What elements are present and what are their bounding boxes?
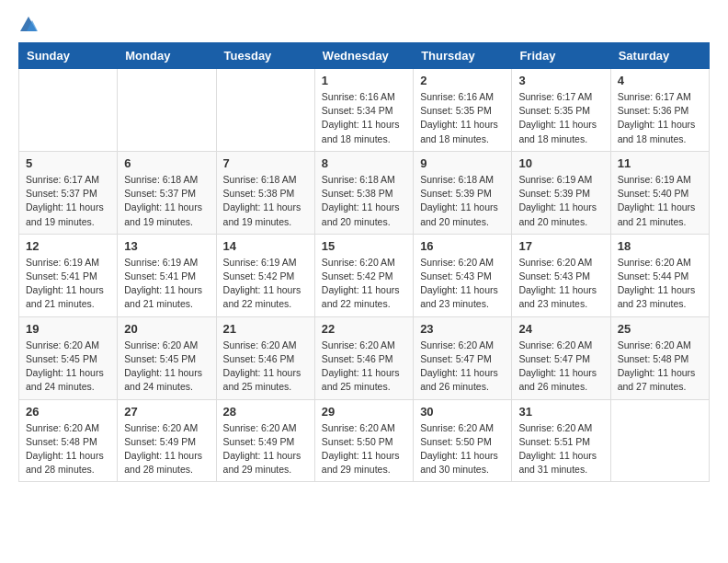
day-info: Sunrise: 6:18 AMSunset: 5:38 PMDaylight:… (223, 173, 308, 229)
calendar-cell: 23Sunrise: 6:20 AMSunset: 5:47 PMDayligh… (414, 316, 512, 399)
day-info: Sunrise: 6:19 AMSunset: 5:39 PMDaylight:… (518, 173, 603, 229)
day-number: 26 (26, 405, 110, 419)
day-number: 11 (618, 156, 702, 170)
calendar-cell: 21Sunrise: 6:20 AMSunset: 5:46 PMDayligh… (216, 316, 314, 399)
day-number: 2 (420, 74, 505, 87)
day-info: Sunrise: 6:20 AMSunset: 5:45 PMDaylight:… (26, 339, 110, 395)
calendar-cell: 28Sunrise: 6:20 AMSunset: 5:49 PMDayligh… (216, 399, 314, 482)
calendar-cell: 2Sunrise: 6:16 AMSunset: 5:35 PMDaylight… (414, 69, 512, 152)
calendar-cell: 7Sunrise: 6:18 AMSunset: 5:38 PMDaylight… (216, 151, 314, 234)
calendar-cell: 12Sunrise: 6:19 AMSunset: 5:41 PMDayligh… (19, 234, 118, 316)
day-number: 3 (518, 74, 603, 87)
day-info: Sunrise: 6:19 AMSunset: 5:42 PMDaylight:… (223, 256, 308, 312)
calendar-cell: 14Sunrise: 6:19 AMSunset: 5:42 PMDayligh… (216, 234, 314, 316)
day-number: 30 (420, 405, 505, 419)
calendar-cell: 1Sunrise: 6:16 AMSunset: 5:34 PMDaylight… (314, 69, 413, 152)
calendar-cell: 30Sunrise: 6:20 AMSunset: 5:50 PMDayligh… (414, 399, 512, 482)
calendar-cell: 31Sunrise: 6:20 AMSunset: 5:51 PMDayligh… (512, 399, 610, 482)
day-number: 12 (26, 239, 110, 253)
calendar-cell: 3Sunrise: 6:17 AMSunset: 5:35 PMDaylight… (512, 69, 610, 152)
day-number: 23 (420, 322, 505, 336)
day-info: Sunrise: 6:17 AMSunset: 5:37 PMDaylight:… (26, 173, 110, 229)
calendar-cell: 25Sunrise: 6:20 AMSunset: 5:48 PMDayligh… (610, 316, 709, 399)
day-number: 29 (322, 405, 406, 419)
day-number: 13 (124, 239, 209, 253)
day-info: Sunrise: 6:20 AMSunset: 5:44 PMDaylight:… (618, 256, 702, 312)
day-info: Sunrise: 6:19 AMSunset: 5:40 PMDaylight:… (618, 173, 702, 229)
day-number: 24 (518, 322, 603, 336)
day-number: 22 (322, 322, 406, 336)
weekday-header-sunday: Sunday (19, 43, 118, 69)
day-info: Sunrise: 6:20 AMSunset: 5:48 PMDaylight:… (618, 339, 702, 395)
calendar-cell (118, 69, 216, 152)
day-number: 15 (322, 239, 406, 253)
day-info: Sunrise: 6:20 AMSunset: 5:47 PMDaylight:… (518, 339, 603, 395)
calendar-cell: 4Sunrise: 6:17 AMSunset: 5:36 PMDaylight… (610, 69, 709, 152)
day-info: Sunrise: 6:20 AMSunset: 5:49 PMDaylight:… (124, 421, 209, 477)
calendar-cell: 9Sunrise: 6:18 AMSunset: 5:39 PMDaylight… (414, 151, 512, 234)
day-number: 19 (26, 322, 110, 336)
weekday-header-monday: Monday (118, 43, 216, 69)
logo-icon (18, 15, 39, 35)
weekday-header-friday: Friday (512, 43, 610, 69)
day-info: Sunrise: 6:18 AMSunset: 5:37 PMDaylight:… (124, 173, 209, 229)
day-number: 5 (26, 156, 110, 170)
day-number: 10 (518, 156, 603, 170)
calendar-cell: 11Sunrise: 6:19 AMSunset: 5:40 PMDayligh… (610, 151, 709, 234)
day-info: Sunrise: 6:20 AMSunset: 5:50 PMDaylight:… (322, 421, 406, 477)
day-number: 14 (223, 239, 308, 253)
calendar-cell: 29Sunrise: 6:20 AMSunset: 5:50 PMDayligh… (314, 399, 413, 482)
calendar-cell: 22Sunrise: 6:20 AMSunset: 5:46 PMDayligh… (314, 316, 413, 399)
day-info: Sunrise: 6:20 AMSunset: 5:50 PMDaylight:… (420, 421, 505, 477)
calendar-cell: 20Sunrise: 6:20 AMSunset: 5:45 PMDayligh… (118, 316, 216, 399)
page: SundayMondayTuesdayWednesdayThursdayFrid… (0, 0, 728, 563)
day-number: 7 (223, 156, 308, 170)
weekday-header-tuesday: Tuesday (216, 43, 314, 69)
calendar: SundayMondayTuesdayWednesdayThursdayFrid… (18, 42, 710, 482)
day-info: Sunrise: 6:17 AMSunset: 5:35 PMDaylight:… (518, 90, 603, 146)
day-number: 18 (618, 239, 702, 253)
day-info: Sunrise: 6:20 AMSunset: 5:46 PMDaylight:… (322, 339, 406, 395)
day-number: 4 (618, 74, 702, 87)
calendar-cell: 16Sunrise: 6:20 AMSunset: 5:43 PMDayligh… (414, 234, 512, 316)
calendar-cell: 13Sunrise: 6:19 AMSunset: 5:41 PMDayligh… (118, 234, 216, 316)
day-info: Sunrise: 6:20 AMSunset: 5:48 PMDaylight:… (26, 421, 110, 477)
day-info: Sunrise: 6:20 AMSunset: 5:42 PMDaylight:… (322, 256, 406, 312)
day-number: 25 (618, 322, 702, 336)
day-info: Sunrise: 6:18 AMSunset: 5:39 PMDaylight:… (420, 173, 505, 229)
day-number: 6 (124, 156, 209, 170)
day-number: 17 (518, 239, 603, 253)
day-number: 1 (322, 74, 406, 87)
calendar-cell: 26Sunrise: 6:20 AMSunset: 5:48 PMDayligh… (19, 399, 118, 482)
day-info: Sunrise: 6:20 AMSunset: 5:43 PMDaylight:… (518, 256, 603, 312)
calendar-cell: 24Sunrise: 6:20 AMSunset: 5:47 PMDayligh… (512, 316, 610, 399)
weekday-header-wednesday: Wednesday (314, 43, 413, 69)
logo (18, 15, 39, 33)
day-number: 21 (223, 322, 308, 336)
day-info: Sunrise: 6:17 AMSunset: 5:36 PMDaylight:… (618, 90, 702, 146)
day-info: Sunrise: 6:16 AMSunset: 5:35 PMDaylight:… (420, 90, 505, 146)
calendar-cell: 15Sunrise: 6:20 AMSunset: 5:42 PMDayligh… (314, 234, 413, 316)
weekday-header-saturday: Saturday (610, 43, 709, 69)
day-info: Sunrise: 6:20 AMSunset: 5:49 PMDaylight:… (223, 421, 308, 477)
calendar-cell: 6Sunrise: 6:18 AMSunset: 5:37 PMDaylight… (118, 151, 216, 234)
day-number: 31 (518, 405, 603, 419)
calendar-cell: 27Sunrise: 6:20 AMSunset: 5:49 PMDayligh… (118, 399, 216, 482)
day-number: 9 (420, 156, 505, 170)
day-info: Sunrise: 6:19 AMSunset: 5:41 PMDaylight:… (26, 256, 110, 312)
calendar-cell (610, 399, 709, 482)
calendar-cell: 5Sunrise: 6:17 AMSunset: 5:37 PMDaylight… (19, 151, 118, 234)
calendar-cell (19, 69, 118, 152)
day-info: Sunrise: 6:20 AMSunset: 5:47 PMDaylight:… (420, 339, 505, 395)
calendar-cell (216, 69, 314, 152)
day-info: Sunrise: 6:20 AMSunset: 5:46 PMDaylight:… (223, 339, 308, 395)
calendar-cell: 19Sunrise: 6:20 AMSunset: 5:45 PMDayligh… (19, 316, 118, 399)
day-number: 27 (124, 405, 209, 419)
day-number: 8 (322, 156, 406, 170)
calendar-cell: 8Sunrise: 6:18 AMSunset: 5:38 PMDaylight… (314, 151, 413, 234)
weekday-header-thursday: Thursday (414, 43, 512, 69)
day-info: Sunrise: 6:18 AMSunset: 5:38 PMDaylight:… (322, 173, 406, 229)
calendar-cell: 10Sunrise: 6:19 AMSunset: 5:39 PMDayligh… (512, 151, 610, 234)
day-number: 20 (124, 322, 209, 336)
calendar-cell: 18Sunrise: 6:20 AMSunset: 5:44 PMDayligh… (610, 234, 709, 316)
